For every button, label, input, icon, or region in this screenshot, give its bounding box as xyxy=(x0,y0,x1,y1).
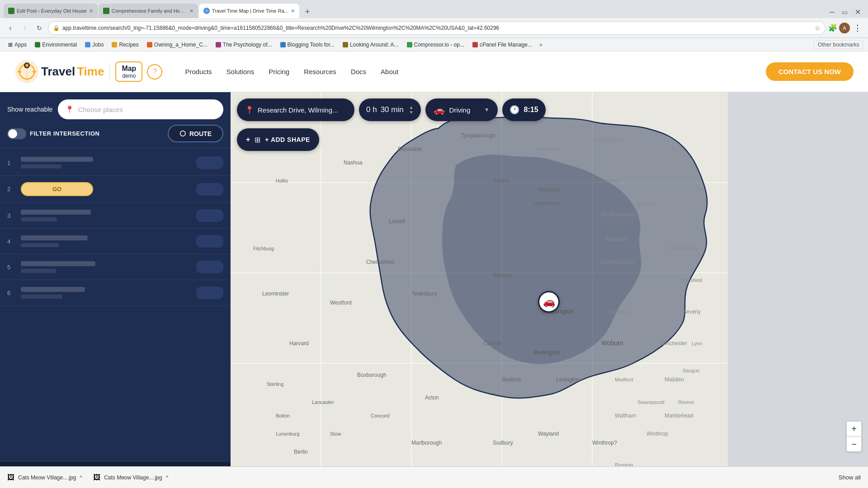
bookmark-cpanel[interactable]: cPanel File Manage... xyxy=(469,41,536,49)
mode-text: Driving xyxy=(449,106,480,114)
bookmark-recipes[interactable]: Recipes xyxy=(108,41,142,49)
zoom-in-button[interactable]: + xyxy=(846,421,862,436)
download-item-1[interactable]: 🖼 Cats Meow Village....jpg ^ xyxy=(7,474,82,482)
time-down-arrow[interactable]: ▼ xyxy=(409,110,414,115)
star-icon[interactable]: ☆ xyxy=(815,24,821,32)
toggle-switch[interactable] xyxy=(7,128,26,139)
result-time-badge-4 xyxy=(196,235,223,248)
result-item-1[interactable]: 1 xyxy=(0,150,231,176)
reload-button[interactable]: ↻ xyxy=(33,22,45,34)
nav-right-icons: 🧩 A ⋮ xyxy=(828,23,863,33)
show-reachable-row: Show reachable 📍 Choose places xyxy=(7,99,223,119)
time-up-arrow[interactable]: ▲ xyxy=(409,105,414,110)
forward-button[interactable]: › xyxy=(19,22,31,34)
maximize-button[interactable]: ▭ xyxy=(842,9,848,16)
bookmark1-favicon xyxy=(35,42,40,47)
logo-divider xyxy=(109,63,110,81)
places-placeholder-text: Choose places xyxy=(78,106,123,113)
bookmark-jobs-label: Jobs xyxy=(92,42,104,48)
bookmark-blogging[interactable]: Blogging Tools for... xyxy=(277,41,339,49)
extensions-icon[interactable]: 🧩 xyxy=(828,23,837,32)
bookmark-psychology-label: The Psychology of... xyxy=(223,42,272,48)
tab3-favicon: ⏱ xyxy=(203,8,210,14)
zoom-out-button[interactable]: − xyxy=(846,436,862,452)
svg-text:Andover: Andover xyxy=(606,236,628,243)
svg-text:Harvard: Harvard xyxy=(289,340,309,347)
tab-2[interactable]: Comprehensive Family and Hom... ✕ xyxy=(99,4,198,18)
result-item-6[interactable]: 6 xyxy=(0,280,231,306)
bookmark-environmental[interactable]: Environmental xyxy=(31,41,80,49)
time-arrows[interactable]: ▲ ▼ xyxy=(409,105,414,115)
profile-icon[interactable]: A xyxy=(839,23,850,33)
bookmark-compressor-label: Compressor.io - op... xyxy=(414,42,464,48)
minimize-button[interactable]: ─ xyxy=(830,8,835,16)
transport-mode-pill[interactable]: 🚗 Driving ▼ xyxy=(425,99,498,121)
result-time-badge-1 xyxy=(196,156,223,169)
bookmark8-favicon xyxy=(407,42,412,47)
show-all-button[interactable]: Show all xyxy=(839,474,861,481)
filter-intersection-btn[interactable]: FILTER INTERSECTION xyxy=(7,126,99,142)
svg-text:Burlington: Burlington xyxy=(533,349,560,356)
menu-icon[interactable]: ⋮ xyxy=(852,23,863,33)
result-time-badge-5 xyxy=(196,261,223,273)
time-pill[interactable]: 0 h 30 min ▲ ▼ xyxy=(359,99,421,121)
clock-pill[interactable]: 🕐 8:15 xyxy=(502,99,546,121)
result-time-badge-6 xyxy=(196,286,223,299)
download-chevron-2[interactable]: ^ xyxy=(166,474,169,481)
back-button[interactable]: ‹ xyxy=(5,22,16,34)
help-button[interactable]: ? xyxy=(147,64,162,80)
hours-text: 0 h xyxy=(366,105,377,114)
result-item-4[interactable]: 4 xyxy=(0,229,231,254)
tab1-favicon xyxy=(8,8,14,14)
location-pill[interactable]: 📍 Research Drive, Wilming... xyxy=(237,99,354,121)
bookmark-psychology[interactable]: The Psychology of... xyxy=(212,41,276,49)
bookmark-looking[interactable]: Looking Around: A... xyxy=(339,41,402,49)
result-sub-bar-3 xyxy=(21,217,57,221)
tab-3-active[interactable]: ⏱ Travel Time Map | Drive Time Ra... ✕ xyxy=(199,4,299,18)
nav-resources[interactable]: Resources xyxy=(304,68,336,75)
nav-products[interactable]: Products xyxy=(185,68,212,75)
bookmark2-favicon xyxy=(85,42,90,47)
add-shape-button[interactable]: + ⊞ + ADD SHAPE xyxy=(237,128,319,151)
nav-solutions[interactable]: Solutions xyxy=(226,68,255,75)
svg-text:Ipswich: Ipswich xyxy=(637,200,656,206)
places-input[interactable]: 📍 Choose places xyxy=(58,99,223,119)
address-bar[interactable]: 🔒 app.traveltime.com/search/0_lng=-71.15… xyxy=(48,21,826,35)
bookmark-owning[interactable]: Owning_a_Home_C... xyxy=(143,41,211,49)
bookmark-apps[interactable]: ⊞ Apps xyxy=(5,41,30,49)
route-btn[interactable]: ⬡ ROUTE xyxy=(168,125,223,142)
result-number-3: 3 xyxy=(7,212,15,219)
bookmark-jobs[interactable]: Jobs xyxy=(81,41,107,49)
nav-docs[interactable]: Docs xyxy=(351,68,366,75)
logo-area[interactable]: Travel Time xyxy=(14,59,104,84)
nav-about[interactable]: About xyxy=(381,68,398,75)
bookmarks-bar: ⊞ Apps Environmental Jobs Recipes Owning… xyxy=(0,38,868,52)
bookmark-compressor[interactable]: Compressor.io - op... xyxy=(403,41,468,49)
result-time-badge-2 xyxy=(196,183,223,196)
download-file-icon-1: 🖼 xyxy=(7,474,14,482)
contact-us-button[interactable]: CONTACT US NOW xyxy=(766,62,854,81)
tab-1[interactable]: Edit Post ‹ Everyday Old House ✕ xyxy=(4,4,98,18)
bookmark-apps-label: Apps xyxy=(14,42,27,48)
download-chevron-1[interactable]: ^ xyxy=(80,474,83,481)
svg-text:Dunstable: Dunstable xyxy=(398,146,422,152)
result-item-2[interactable]: 2 GO xyxy=(0,176,231,203)
tab2-close[interactable]: ✕ xyxy=(189,8,193,14)
result-sub-bar-6 xyxy=(21,295,62,299)
result-name-bar-4 xyxy=(21,235,88,240)
new-tab-button[interactable]: + xyxy=(301,5,314,18)
more-bookmarks[interactable]: » xyxy=(537,41,545,49)
tab3-close[interactable]: ✕ xyxy=(291,8,295,14)
results-list: 1 2 GO xyxy=(0,148,231,461)
result-item-3[interactable]: 3 xyxy=(0,203,231,229)
tab1-close[interactable]: ✕ xyxy=(89,8,93,14)
svg-text:Revere: Revere xyxy=(678,399,694,405)
svg-text:Nashua: Nashua xyxy=(344,160,363,166)
nav-pricing[interactable]: Pricing xyxy=(269,68,289,75)
download-item-2[interactable]: 🖼 Cats Meow Village....jpg ^ xyxy=(93,474,168,482)
other-bookmarks[interactable]: Other bookmarks xyxy=(814,40,863,49)
bookmark-looking-label: Looking Around: A... xyxy=(350,42,398,48)
zoom-controls: + − xyxy=(846,421,862,452)
close-button[interactable]: ✕ xyxy=(855,8,861,16)
result-item-5[interactable]: 5 xyxy=(0,254,231,280)
